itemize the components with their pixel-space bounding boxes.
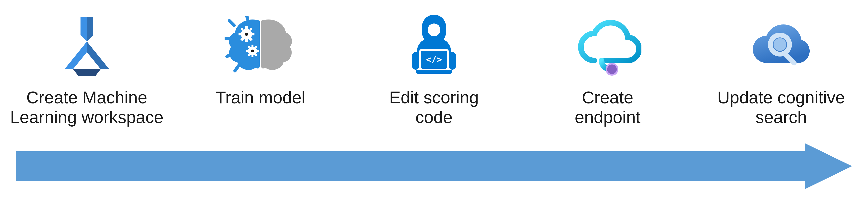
step-label: Create MachineLearning workspace <box>10 88 164 127</box>
svg-rect-33 <box>412 52 419 70</box>
cloud-search-icon <box>747 10 815 81</box>
svg-marker-1 <box>87 17 93 42</box>
svg-point-32 <box>428 24 440 36</box>
developer-laptop-icon: </> <box>404 10 464 81</box>
process-arrow <box>16 143 852 189</box>
svg-rect-14 <box>245 39 248 42</box>
svg-marker-44 <box>16 143 852 189</box>
step-label: Createendpoint <box>575 88 641 127</box>
svg-line-11 <box>246 16 248 19</box>
step-train-model: Train model <box>181 10 340 107</box>
svg-rect-24 <box>251 55 253 57</box>
svg-point-21 <box>245 33 248 36</box>
svg-line-10 <box>235 65 239 71</box>
step-create-endpoint: Createendpoint <box>528 10 687 127</box>
step-label: Train model <box>215 88 305 107</box>
azure-ml-flask-icon <box>59 10 115 81</box>
step-update-search: Update cognitivesearch <box>702 10 861 127</box>
svg-point-42 <box>774 38 786 51</box>
step-label: Update cognitivesearch <box>717 88 845 127</box>
svg-point-31 <box>251 49 254 52</box>
svg-line-7 <box>229 21 234 26</box>
svg-rect-25 <box>256 50 259 52</box>
cloud-endpoint-icon <box>574 10 642 81</box>
svg-rect-16 <box>239 33 242 35</box>
svg-rect-23 <box>251 44 253 47</box>
svg-rect-37 <box>416 70 452 74</box>
svg-rect-26 <box>246 50 249 52</box>
step-label: Edit scoringcode <box>389 88 478 127</box>
svg-rect-34 <box>449 52 456 70</box>
brain-gears-icon <box>224 10 296 81</box>
process-diagram: Create MachineLearning workspace <box>0 0 868 204</box>
svg-text:</>: </> <box>426 54 442 65</box>
svg-rect-13 <box>245 26 248 30</box>
step-edit-scoring: </> Edit scoringcode <box>354 10 514 127</box>
svg-marker-5 <box>73 69 101 76</box>
svg-rect-15 <box>251 33 254 35</box>
step-ml-workspace: Create MachineLearning workspace <box>7 10 166 127</box>
steps-row: Create MachineLearning workspace <box>0 10 868 127</box>
